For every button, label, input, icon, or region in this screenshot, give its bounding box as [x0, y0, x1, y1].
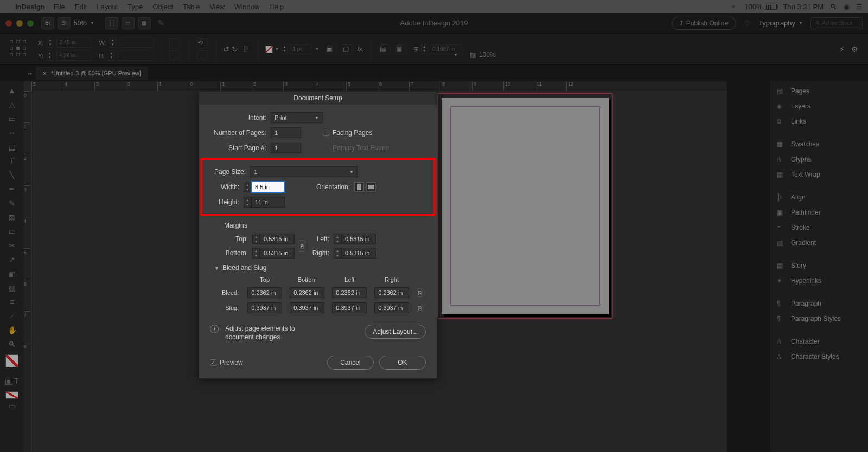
x-field[interactable]: 2.45 in: [56, 38, 91, 48]
menu-window[interactable]: Window: [234, 3, 259, 11]
apply-color-swatch[interactable]: [5, 391, 18, 399]
close-window-icon[interactable]: [5, 20, 12, 27]
eyedropper-tool[interactable]: ⟋: [4, 309, 20, 323]
clock[interactable]: Thu 3:31 PM: [783, 3, 824, 11]
gradient-feather-tool[interactable]: ▨: [4, 281, 20, 295]
stock-button[interactable]: St: [58, 17, 71, 29]
menu-table[interactable]: Table: [183, 3, 200, 11]
slug-link-icon[interactable]: ⎘: [417, 304, 423, 312]
wifi-icon[interactable]: ᯤ: [731, 3, 738, 11]
panel-character[interactable]: ACharacter: [770, 334, 868, 349]
stroke-weight-field[interactable]: 1 pt: [290, 44, 312, 54]
screen-mode-button[interactable]: ▭: [4, 399, 20, 413]
gear-icon[interactable]: ⚙: [851, 45, 858, 54]
rot-cw-icon[interactable]: ↻: [232, 45, 238, 54]
selection-tool[interactable]: ▲: [4, 83, 20, 98]
menu-object[interactable]: Object: [153, 3, 174, 11]
fill-stroke-swatch[interactable]: [5, 354, 18, 367]
menu-view[interactable]: View: [209, 3, 225, 11]
menu-type[interactable]: Type: [127, 3, 143, 11]
scale-y-button[interactable]: [169, 50, 180, 60]
panel-story[interactable]: ▤Story: [770, 258, 868, 273]
rect-tool[interactable]: ▭: [4, 224, 20, 238]
slug-right-field[interactable]: 0.3937 in: [374, 302, 409, 313]
margin-right-field[interactable]: 0.5315 in: [341, 248, 376, 259]
gap-tool[interactable]: ↔: [4, 126, 20, 140]
panel-swatches[interactable]: ▦Swatches: [770, 137, 868, 152]
fill-swatch[interactable]: [265, 46, 273, 53]
chevron-down-icon[interactable]: ▼: [90, 21, 94, 25]
doc-tab[interactable]: ✕ *Untitled-3 @ 50% [GPU Preview]: [36, 67, 148, 80]
stock-search-input[interactable]: 🔍︎Adobe Stock: [810, 17, 863, 29]
feather-icon[interactable]: ✎: [154, 18, 168, 28]
preview-checkbox[interactable]: ✓Preview: [210, 359, 243, 366]
horizontal-ruler[interactable]: 543210123456789101112: [31, 81, 727, 91]
bleed-top-field[interactable]: 0.2362 in: [247, 287, 282, 298]
adjust-layout-button[interactable]: Adjust Layout...: [365, 325, 426, 339]
panel-links[interactable]: ⧉Links: [770, 114, 868, 129]
rect-frame-tool[interactable]: ⊠: [4, 210, 20, 224]
page-tool[interactable]: ▭: [4, 112, 20, 126]
page[interactable]: [442, 98, 609, 314]
width-stepper[interactable]: ▲▼: [244, 182, 251, 192]
type-tool[interactable]: T: [4, 154, 20, 168]
vertical-ruler[interactable]: 012345678: [24, 91, 31, 452]
menu-layout[interactable]: Layout: [97, 3, 118, 11]
line-tool[interactable]: ╲: [4, 168, 20, 182]
num-pages-field[interactable]: 1: [271, 127, 301, 138]
panel-hyperlinks[interactable]: ✶Hyperlinks: [770, 273, 868, 288]
learn-icon[interactable]: ♡: [744, 19, 751, 28]
bridge-button[interactable]: Br: [41, 17, 54, 29]
orientation-landscape-button[interactable]: [366, 182, 376, 192]
orientation-portrait-button[interactable]: [354, 182, 364, 192]
intent-select[interactable]: Print▼: [271, 112, 323, 123]
window-controls[interactable]: [5, 20, 34, 27]
slug-left-field[interactable]: 0.3937 in: [332, 302, 367, 313]
app-name[interactable]: InDesign: [15, 3, 45, 11]
cancel-button[interactable]: Cancel: [327, 356, 374, 370]
maximize-window-icon[interactable]: [27, 20, 34, 27]
paragraph-mode-icon[interactable]: P: [244, 44, 248, 54]
grid-icon[interactable]: ⊞: [413, 46, 419, 53]
reference-point-icon[interactable]: [10, 40, 28, 59]
flash-icon[interactable]: ⚡︎: [839, 45, 845, 54]
scale-x-button[interactable]: [169, 38, 180, 48]
fit-frame-icon[interactable]: ▢: [342, 44, 353, 54]
zoom-tool[interactable]: 🔍︎: [4, 337, 20, 351]
spotlight-icon[interactable]: 🔍︎: [830, 3, 837, 11]
format-container-toggle[interactable]: ▣ T: [4, 374, 20, 388]
minimize-window-icon[interactable]: [16, 20, 23, 27]
page-size-select[interactable]: 1▼: [250, 166, 358, 177]
wrap-none-icon[interactable]: ▤: [379, 44, 390, 54]
workspace-selector[interactable]: Typography▼: [758, 19, 803, 27]
menu-help[interactable]: Help: [269, 3, 284, 11]
panel-layers[interactable]: ◈Layers: [770, 99, 868, 114]
panel-paragraph-styles[interactable]: ¶Paragraph Styles: [770, 311, 868, 326]
note-tool[interactable]: ≡: [4, 295, 20, 309]
scissors-tool[interactable]: ✂: [4, 238, 20, 253]
margin-left-field[interactable]: 0.5315 in: [341, 234, 376, 244]
rot-ccw-icon[interactable]: ↺: [223, 45, 229, 54]
height-stepper[interactable]: ▲▼: [244, 197, 251, 208]
w-field[interactable]: [119, 38, 154, 48]
zoom-value[interactable]: 50%: [74, 20, 87, 27]
drop-shadow-icon[interactable]: ▨: [470, 51, 476, 59]
pencil-tool[interactable]: ✎: [4, 196, 20, 210]
fx-button[interactable]: fx.: [357, 46, 364, 53]
bleed-link-icon[interactable]: ⎘: [417, 288, 423, 297]
margin-bottom-field[interactable]: 0.5315 in: [260, 248, 295, 259]
fit-content-icon[interactable]: ▣: [326, 44, 337, 54]
view-opt-1[interactable]: ┊┊: [105, 17, 118, 29]
wrap-bounding-icon[interactable]: ▦: [395, 44, 406, 54]
menu-extras-icon[interactable]: ☰: [856, 3, 863, 11]
y-field[interactable]: 4.26 in: [56, 51, 91, 61]
slug-top-field[interactable]: 0.3937 in: [247, 302, 282, 313]
gradient-swatch-tool[interactable]: ▦: [4, 267, 20, 281]
menu-file[interactable]: File: [54, 3, 65, 11]
panel-paragraph[interactable]: ¶Paragraph: [770, 296, 868, 311]
bleed-left-field[interactable]: 0.2362 in: [332, 287, 367, 298]
panel-gradient[interactable]: ▨Gradient: [770, 235, 868, 250]
panel-glyphs[interactable]: AGlyphs: [770, 152, 868, 167]
content-collector-tool[interactable]: ▤: [4, 140, 20, 154]
publish-online-button[interactable]: ⤴Publish Online: [672, 17, 736, 30]
